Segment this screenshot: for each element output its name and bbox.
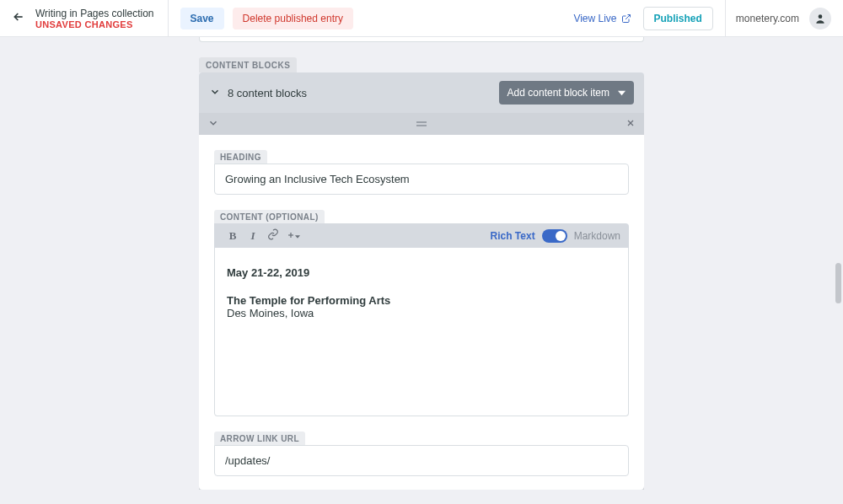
content-line-venue: The Temple for Performing Arts	[227, 294, 616, 307]
markdown-mode-label[interactable]: Markdown	[574, 230, 620, 242]
heading-input[interactable]	[214, 164, 629, 195]
avatar[interactable]	[809, 8, 831, 29]
drag-handle[interactable]	[416, 118, 427, 130]
top-toolbar: Writing in Pages collection UNSAVED CHAN…	[0, 0, 843, 37]
delete-entry-button[interactable]: Delete published entry	[233, 8, 353, 29]
unsaved-changes-label: UNSAVED CHANGES	[35, 19, 154, 29]
scrollbar-thumb[interactable]	[835, 263, 841, 303]
block-drag-row	[199, 113, 644, 135]
editor-mode-toggle[interactable]	[542, 229, 567, 243]
arrow-link-input[interactable]	[214, 445, 629, 476]
svg-point-0	[819, 14, 823, 19]
add-content-block-button[interactable]: Add content block item	[499, 81, 634, 105]
italic-button[interactable]: I	[243, 229, 263, 243]
workflow-status-button[interactable]: Published	[643, 7, 713, 30]
link-icon	[267, 228, 279, 240]
content-blocks-count: 8 content blocks	[228, 87, 307, 99]
content-blocks-header: 8 content blocks Add content block item	[199, 72, 644, 113]
back-button[interactable]	[8, 10, 29, 26]
view-live-label: View Live	[573, 13, 616, 24]
previous-field-edge	[199, 37, 644, 42]
site-name: monetery.com	[736, 13, 799, 24]
add-content-block-label: Add content block item	[507, 87, 609, 99]
collapse-blocks-button[interactable]	[209, 86, 221, 100]
remove-block-button[interactable]	[626, 118, 636, 131]
content-block-item: HEADING CONTENT (OPTIONAL) B I	[199, 113, 644, 490]
page-meta: Writing in Pages collection UNSAVED CHAN…	[35, 0, 169, 36]
user-icon	[814, 13, 826, 24]
content-line-date: May 21-22, 2019	[227, 266, 616, 279]
content-blocks-label: CONTENT BLOCKS	[199, 57, 297, 72]
grip-icon	[416, 121, 427, 127]
view-live-link[interactable]: View Live	[573, 13, 631, 24]
content-line-city: Des Moines, Iowa	[227, 307, 616, 319]
plus-icon	[287, 231, 295, 239]
caret-down-icon	[618, 89, 626, 97]
chevron-down-icon	[207, 117, 219, 129]
editor-toolbar: B I Rich Text Markdown	[214, 223, 629, 248]
external-link-icon	[621, 13, 631, 24]
save-button[interactable]: Save	[180, 8, 224, 29]
content-label: CONTENT (OPTIONAL)	[214, 210, 325, 223]
richtext-mode-label[interactable]: Rich Text	[491, 230, 535, 242]
arrow-link-label: ARROW LINK URL	[214, 432, 305, 445]
divider	[725, 0, 726, 36]
more-formatting-button[interactable]	[283, 229, 303, 242]
close-icon	[626, 118, 636, 128]
heading-label: HEADING	[214, 150, 267, 164]
link-button[interactable]	[263, 228, 283, 243]
chevron-down-icon	[209, 86, 221, 98]
content-editor[interactable]: May 21-22, 2019 The Temple for Performin…	[214, 248, 629, 416]
collapse-block-button[interactable]	[207, 117, 219, 131]
caret-down-icon	[295, 234, 300, 239]
collection-title: Writing in Pages collection	[35, 8, 154, 19]
bold-button[interactable]: B	[223, 229, 243, 243]
